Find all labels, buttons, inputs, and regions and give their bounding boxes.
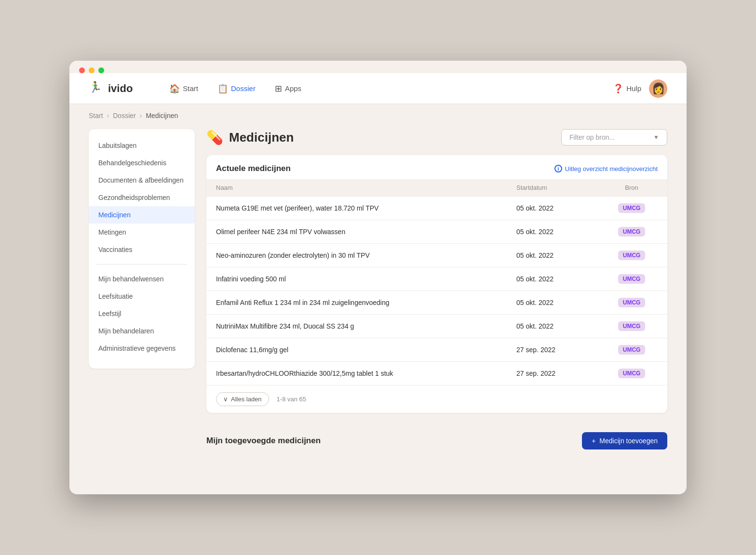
medicijnen-table: Naam Startdatum Bron Numeta G19E met vet…	[206, 179, 667, 385]
cell-startdatum: 05 okt. 2022	[507, 197, 596, 220]
col-bron: Bron	[596, 179, 667, 197]
cell-bron: UMCG	[596, 315, 667, 338]
main-nav: 🏠 Start 📋 Dossier ⊞ Apps	[162, 79, 613, 98]
sidebar-item-behandelaren[interactable]: Mijn behandelaren	[89, 322, 195, 340]
cell-bron: UMCG	[596, 197, 667, 220]
nav-apps[interactable]: ⊞ Apps	[267, 79, 309, 98]
uitleg-link[interactable]: i Uitleg overzicht medicijnoverzicht	[554, 165, 658, 172]
sidebar-item-metingen[interactable]: Metingen	[89, 224, 195, 241]
cell-naam: Infatrini voeding 500 ml	[206, 267, 507, 291]
table-row[interactable]: Neo-aminozuren (zonder electrolyten) in …	[206, 244, 667, 267]
table-row[interactable]: Infatrini voeding 500 ml05 okt. 2022UMCG	[206, 267, 667, 291]
cell-startdatum: 27 sep. 2022	[507, 362, 596, 385]
cell-startdatum: 05 okt. 2022	[507, 291, 596, 315]
cell-bron: UMCG	[596, 362, 667, 385]
sidebar-item-leefsituatie[interactable]: Leefsituatie	[89, 288, 195, 305]
cell-naam: Neo-aminozuren (zonder electrolyten) in …	[206, 244, 507, 267]
bron-badge: UMCG	[618, 274, 646, 284]
page-title-icon: 💊	[206, 130, 223, 145]
cell-naam: NutriniMax Multifibre 234 ml, Duocal SS …	[206, 315, 507, 338]
sidebar-item-vaccinaties[interactable]: Vaccinaties	[89, 241, 195, 258]
nav-start-label: Start	[183, 84, 198, 92]
cell-naam: Irbesartan/hydroCHLOORthiazide 300/12,5m…	[206, 362, 507, 385]
section-header-actuele: Actuele medicijnen i Uitleg overzicht me…	[206, 155, 667, 179]
section-title-actuele: Actuele medicijnen	[216, 164, 291, 173]
add-medicijn-label: Medicijn toevoegen	[599, 437, 658, 445]
cell-startdatum: 05 okt. 2022	[507, 267, 596, 291]
add-medicijn-button[interactable]: + Medicijn toevoegen	[582, 432, 667, 449]
nav-apps-label: Apps	[285, 84, 301, 92]
bron-badge: UMCG	[618, 203, 646, 213]
filter-dropdown[interactable]: Filter op bron... ▼	[561, 129, 667, 145]
avatar[interactable]: 👩	[649, 79, 667, 98]
avatar-emoji: 👩	[652, 82, 665, 95]
breadcrumb-sep-2: ›	[140, 112, 142, 119]
uitleg-label: Uitleg overzicht medicijnoverzicht	[565, 165, 658, 172]
table-row[interactable]: Numeta G19E met vet (perifeer), water 18…	[206, 197, 667, 220]
page-title-group: 💊 Medicijnen	[206, 130, 294, 145]
cell-naam: Olimel perifeer N4E 234 ml TPV volwassen	[206, 220, 507, 244]
sidebar-section-1: Labuitslagen Behandelgeschiedenis Docume…	[89, 137, 195, 258]
nav-dossier[interactable]: 📋 Dossier	[210, 79, 263, 98]
sidebar-item-leefstijl[interactable]: Leefstijl	[89, 305, 195, 322]
bron-badge: UMCG	[618, 369, 646, 378]
cell-bron: UMCG	[596, 338, 667, 362]
plus-icon: +	[592, 437, 595, 445]
breadcrumb-sep-1: ›	[107, 112, 109, 119]
actuele-medicijnen-section: Actuele medicijnen i Uitleg overzicht me…	[206, 155, 667, 413]
chevron-down-icon: ▼	[653, 134, 659, 141]
logo[interactable]: 🏃‍♂️ ivido	[89, 81, 133, 96]
sidebar-item-administratieve[interactable]: Administratieve gegevens	[89, 340, 195, 357]
info-icon: i	[554, 165, 562, 172]
sidebar-item-labuitslagen[interactable]: Labuitslagen	[89, 137, 195, 154]
sidebar-item-behandelgeschiedenis[interactable]: Behandelgeschiedenis	[89, 154, 195, 172]
table-row[interactable]: NutriniMax Multifibre 234 ml, Duocal SS …	[206, 315, 667, 338]
filter-placeholder: Filter op bron...	[569, 133, 615, 141]
bottom-section-title: Mijn toegevoegde medicijnen	[206, 436, 321, 446]
cell-startdatum: 05 okt. 2022	[507, 244, 596, 267]
cell-bron: UMCG	[596, 220, 667, 244]
table-row[interactable]: Diclofenac 11,6mg/g gel27 sep. 2022UMCG	[206, 338, 667, 362]
sidebar-item-behandelwensen[interactable]: Mijn behandelwensen	[89, 270, 195, 288]
col-naam: Naam	[206, 179, 507, 197]
cell-bron: UMCG	[596, 267, 667, 291]
sidebar-item-medicijnen[interactable]: Medicijnen	[89, 206, 195, 224]
breadcrumb-start[interactable]: Start	[89, 112, 103, 119]
cell-naam: Numeta G19E met vet (perifeer), water 18…	[206, 197, 507, 220]
table-row[interactable]: Enfamil Anti Reflux 1 234 ml in 234 ml z…	[206, 291, 667, 315]
count-text: 1-8 van 65	[277, 396, 306, 403]
minimize-button[interactable]	[89, 67, 94, 73]
sidebar-item-documenten[interactable]: Documenten & afbeeldingen	[89, 172, 195, 189]
nav-dossier-label: Dossier	[231, 84, 256, 92]
breadcrumb-dossier[interactable]: Dossier	[113, 112, 135, 119]
sidebar: Labuitslagen Behandelgeschiedenis Docume…	[89, 129, 195, 369]
nav-start[interactable]: 🏠 Start	[162, 79, 206, 98]
sidebar-item-gezondheidsproblemen[interactable]: Gezondheidsproblemen	[89, 189, 195, 206]
titlebar	[69, 61, 687, 73]
cell-naam: Enfamil Anti Reflux 1 234 ml in 234 ml z…	[206, 291, 507, 315]
apps-icon: ⊞	[275, 83, 282, 94]
breadcrumb-area: Start › Dossier › Medicijnen	[69, 104, 687, 119]
logo-icon: 🏃‍♂️	[89, 81, 104, 96]
sidebar-divider	[96, 264, 187, 264]
load-all-button[interactable]: ∨ Alles laden	[216, 392, 269, 406]
table-row[interactable]: Olimel perifeer N4E 234 ml TPV volwassen…	[206, 220, 667, 244]
maximize-button[interactable]	[98, 67, 104, 73]
home-icon: 🏠	[169, 83, 180, 94]
content: 💊 Medicijnen Filter op bron... ▼ Actuele…	[206, 129, 667, 475]
table-header-row: Naam Startdatum Bron	[206, 179, 667, 197]
table-row[interactable]: Irbesartan/hydroCHLOORthiazide 300/12,5m…	[206, 362, 667, 385]
page-header: 💊 Medicijnen Filter op bron... ▼	[206, 129, 667, 145]
bron-badge: UMCG	[618, 251, 646, 260]
help-button[interactable]: ❓ Hulp	[613, 83, 641, 94]
col-startdatum: Startdatum	[507, 179, 596, 197]
breadcrumb-current: Medicijnen	[146, 112, 178, 119]
sidebar-section-2: Mijn behandelwensen Leefsituatie Leefsti…	[89, 270, 195, 357]
cell-bron: UMCG	[596, 291, 667, 315]
help-label: Hulp	[626, 84, 641, 92]
bron-badge: UMCG	[618, 345, 646, 355]
bron-badge: UMCG	[618, 227, 646, 237]
cell-startdatum: 05 okt. 2022	[507, 220, 596, 244]
dossier-icon: 📋	[217, 83, 228, 94]
close-button[interactable]	[79, 67, 85, 73]
